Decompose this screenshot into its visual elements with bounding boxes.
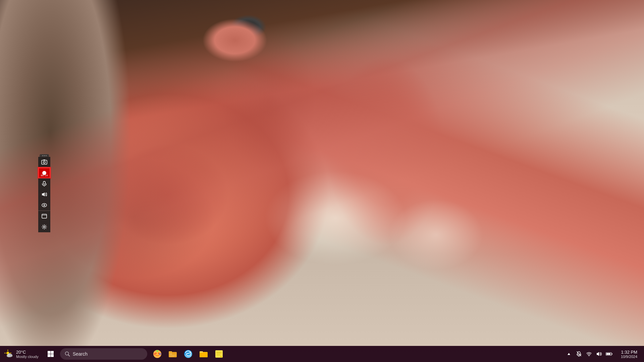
svg-point-21: [9, 354, 12, 356]
svg-rect-34: [169, 352, 177, 357]
svg-point-33: [156, 350, 158, 352]
weather-temperature: 20°C: [16, 350, 39, 355]
clock-time: 1:32 PM: [621, 350, 637, 355]
svg-rect-24: [48, 354, 51, 357]
tray-battery-icon[interactable]: [604, 347, 614, 361]
svg-rect-35: [169, 351, 172, 353]
svg-point-51: [589, 356, 589, 356]
svg-rect-36: [169, 354, 172, 354]
svg-rect-10: [42, 214, 47, 218]
svg-point-32: [159, 353, 161, 355]
clock-date: 10/9/2024: [621, 355, 637, 359]
svg-point-1: [43, 161, 45, 163]
weather-widget[interactable]: 20°C Mostly cloudy: [0, 349, 43, 359]
weather-icon: [4, 349, 13, 359]
svg-rect-38: [169, 356, 174, 357]
svg-point-12: [44, 226, 45, 228]
svg-rect-54: [606, 353, 610, 355]
svg-rect-41: [200, 351, 203, 353]
svg-rect-0: [42, 160, 47, 164]
settings-button[interactable]: [38, 222, 50, 232]
wallpaper: [0, 0, 644, 362]
taskbar-edge-icon[interactable]: [181, 347, 196, 361]
windows-logo-icon: [47, 351, 54, 357]
svg-point-31: [154, 353, 156, 355]
toolbar-drag-handle[interactable]: [40, 154, 49, 157]
svg-marker-52: [597, 352, 599, 356]
tray-show-hidden-button[interactable]: [564, 347, 574, 361]
tray-volume-icon[interactable]: [594, 347, 604, 361]
capture-area-button[interactable]: [38, 211, 50, 222]
tray-microphone-icon[interactable]: [574, 347, 584, 361]
system-tray: 1:32 PM 10/9/2024: [564, 347, 644, 361]
search-bar[interactable]: Search: [60, 348, 147, 360]
svg-rect-4: [43, 181, 45, 184]
taskbar-file-explorer-icon[interactable]: [165, 347, 180, 361]
recording-toolbar: 00:14: [38, 154, 50, 232]
search-icon: [65, 351, 70, 357]
svg-point-9: [44, 205, 45, 205]
volume-button[interactable]: [38, 189, 50, 200]
screenshot-button[interactable]: [38, 157, 50, 168]
svg-marker-47: [568, 353, 570, 355]
record-button[interactable]: 00:14: [38, 168, 50, 178]
search-label: Search: [73, 351, 88, 357]
svg-rect-2: [43, 160, 45, 160]
svg-rect-55: [612, 353, 612, 355]
clock[interactable]: 1:32 PM 10/9/2024: [614, 350, 641, 359]
taskbar-sticky-notes-icon[interactable]: [212, 347, 226, 361]
start-button[interactable]: [43, 346, 59, 362]
taskbar: 20°C Mostly cloudy Search: [0, 346, 644, 362]
svg-rect-42: [200, 353, 208, 357]
tray-wifi-icon[interactable]: [584, 347, 594, 361]
taskbar-app-icons: [150, 347, 226, 361]
svg-marker-6: [42, 192, 45, 196]
record-timer: 00:14: [41, 174, 48, 177]
taskbar-folder-icon[interactable]: [196, 347, 211, 361]
desktop: 00:14: [0, 0, 644, 362]
svg-rect-22: [48, 351, 51, 354]
microphone-button[interactable]: [38, 178, 50, 189]
svg-rect-37: [169, 355, 176, 356]
svg-rect-43: [215, 350, 223, 358]
svg-rect-23: [51, 351, 54, 354]
svg-rect-25: [51, 354, 54, 357]
weather-description: Mostly cloudy: [16, 355, 39, 359]
taskbar-emoji-icon[interactable]: [150, 347, 165, 361]
svg-line-27: [68, 355, 69, 356]
webcam-button[interactable]: [38, 200, 50, 210]
